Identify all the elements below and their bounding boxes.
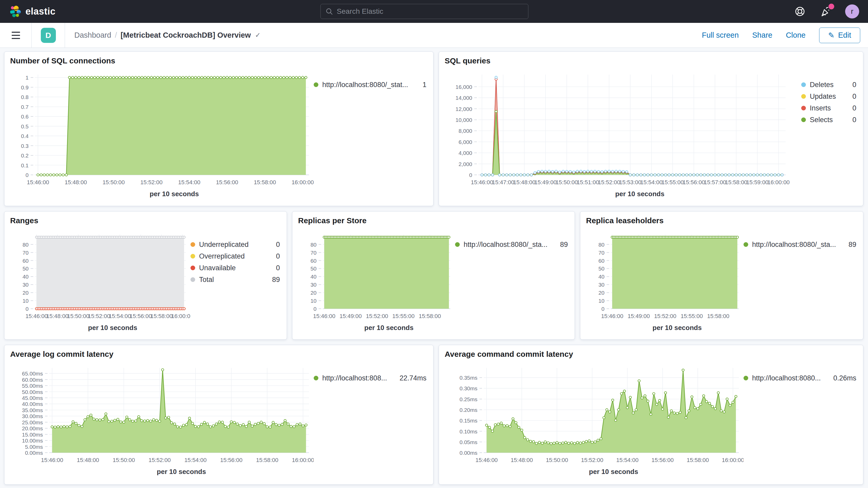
svg-text:15:48:00: 15:48:00 [513,179,536,186]
panel-title: Average log commit latency [10,350,428,359]
svg-text:0.5: 0.5 [21,123,29,129]
space-badge[interactable]: D [41,28,56,43]
log-latency-area-chart[interactable]: 15:46:0015:48:0015:50:0015:52:0015:54:00… [10,361,314,467]
legend-item[interactable]: Underreplicated0 [190,241,280,248]
svg-text:15:58:00: 15:58:00 [707,313,730,319]
legend-item[interactable]: Overreplicated0 [190,252,280,260]
check-icon[interactable]: ✓ [255,31,261,39]
breadcrumb-dashboard-link[interactable]: Dashboard [74,31,111,39]
command-latency-area-chart[interactable]: 15:46:0015:48:0015:50:0015:52:0015:54:00… [445,361,744,467]
svg-text:30: 30 [598,282,604,288]
legend-label: http://localhost:808... [322,374,387,382]
leaseholders-area-chart[interactable]: 15:46:0015:49:0015:52:0015:55:0015:58:00… [586,227,744,323]
legend-dot-icon [801,106,806,111]
x-axis-title: per 10 seconds [586,324,744,332]
legend-item[interactable]: Deletes0 [801,81,856,89]
space-selector[interactable]: D [32,23,65,48]
share-button[interactable]: Share [752,31,772,39]
legend-value: 89 [267,276,280,284]
svg-text:45.00ms: 45.00ms [22,395,43,401]
legend-item[interactable]: http://localhost:8080...0.26ms [744,374,856,382]
legend-dot-icon [190,277,195,282]
svg-text:70: 70 [23,250,29,256]
svg-text:15:46:00: 15:46:00 [471,179,493,186]
legend-value: 89 [843,241,856,249]
svg-text:15:56:00: 15:56:00 [220,457,243,463]
svg-text:15:54:00: 15:54:00 [108,313,131,319]
replicas-area-chart[interactable]: 15:46:0015:49:0015:52:0015:55:0015:58:00… [298,227,455,323]
legend-dot-icon [801,118,806,122]
svg-text:40: 40 [23,274,29,280]
svg-text:15:52:00: 15:52:00 [366,313,388,319]
svg-text:15:51:00: 15:51:00 [577,179,599,186]
chart-legend: Underreplicated0Overreplicated0Unavailab… [190,227,281,332]
elastic-logo[interactable]: elastic [9,5,56,18]
search-input[interactable] [337,7,523,16]
svg-text:15:46:00: 15:46:00 [313,313,336,319]
clone-button[interactable]: Clone [786,31,806,39]
legend-item[interactable]: http://localhost:808...22.74ms [314,374,427,382]
legend-item[interactable]: http://localhost:8080/_sta...89 [744,241,856,248]
svg-text:14,000: 14,000 [456,95,472,101]
x-axis-title: per 10 seconds [10,190,314,198]
svg-text:15:54:00: 15:54:00 [640,179,663,186]
sql-queries-area-chart[interactable]: 15:46:0015:47:0015:48:0015:49:0015:50:00… [445,67,790,189]
svg-text:0: 0 [26,306,29,312]
svg-text:60: 60 [23,258,29,264]
svg-text:10: 10 [598,298,604,304]
svg-text:16:00:00: 16:00:00 [171,313,190,319]
svg-text:10: 10 [23,298,29,304]
page-title[interactable]: [Metricbeat CockroachDB] Overview [121,31,251,39]
svg-text:35.00ms: 35.00ms [22,407,43,413]
newsfeed-icon[interactable] [819,5,833,18]
help-icon[interactable] [793,5,807,18]
svg-text:15:55:00: 15:55:00 [681,313,703,319]
svg-text:10,000: 10,000 [456,117,472,123]
legend-item[interactable]: http://localhost:8080/_stat...1 [314,81,427,89]
edit-button[interactable]: ✎ Edit [819,28,860,43]
x-axis-title: per 10 seconds [10,468,314,476]
svg-text:15:50:00: 15:50:00 [546,457,568,463]
svg-text:15:54:00: 15:54:00 [184,457,207,463]
svg-text:60: 60 [311,258,316,264]
chart-legend: http://localhost:8080/_stat...1 [314,67,428,198]
svg-text:15:58:00: 15:58:00 [687,457,709,463]
legend-item[interactable]: Total89 [190,276,280,283]
svg-text:0.3: 0.3 [21,143,29,149]
legend-item[interactable]: Updates0 [801,92,856,100]
svg-text:65.00ms: 65.00ms [22,370,43,376]
svg-text:50: 50 [311,266,316,272]
svg-text:20: 20 [23,290,29,296]
sql-connections-area-chart[interactable]: 15:46:0015:48:0015:50:0015:52:0015:54:00… [10,67,314,189]
ranges-area-chart[interactable]: 15:46:0015:48:0015:50:0015:52:0015:54:00… [10,227,190,323]
elastic-logo-icon [9,5,21,18]
svg-text:20.00ms: 20.00ms [22,425,43,431]
svg-text:15:52:00: 15:52:00 [148,457,171,463]
svg-text:0.00ms: 0.00ms [25,450,43,456]
svg-text:15:59:00: 15:59:00 [746,179,769,186]
x-axis-title: per 10 seconds [10,324,190,332]
svg-text:15:46:00: 15:46:00 [27,179,49,186]
global-search[interactable] [320,4,528,19]
legend-item[interactable]: http://localhost:8080/_sta...89 [455,241,568,248]
dashboard-toolbar: D Dashboard / [Metricbeat CockroachDB] O… [0,23,868,48]
svg-text:0.10ms: 0.10ms [460,428,477,434]
search-icon [326,7,333,15]
svg-text:15:56:00: 15:56:00 [216,179,238,186]
svg-text:5.00ms: 5.00ms [25,444,43,450]
panel-title: Replica leaseholders [586,216,857,225]
legend-item[interactable]: Selects0 [801,116,856,124]
svg-text:15:52:00: 15:52:00 [88,313,110,319]
svg-text:50.00ms: 50.00ms [22,389,43,395]
legend-item[interactable]: Unavailable0 [190,264,280,272]
user-avatar[interactable]: r [845,4,859,19]
legend-value: 0.26ms [828,374,856,382]
svg-text:8,000: 8,000 [458,128,472,134]
svg-text:0.30ms: 0.30ms [460,385,477,391]
menu-icon[interactable] [0,23,32,48]
legend-item[interactable]: Inserts0 [801,104,856,112]
full-screen-button[interactable]: Full screen [702,31,739,39]
panel-replica-leaseholders: Replica leaseholders 15:46:0015:49:0015:… [580,211,863,340]
svg-text:20: 20 [598,290,604,296]
svg-text:15:57:00: 15:57:00 [704,179,726,186]
